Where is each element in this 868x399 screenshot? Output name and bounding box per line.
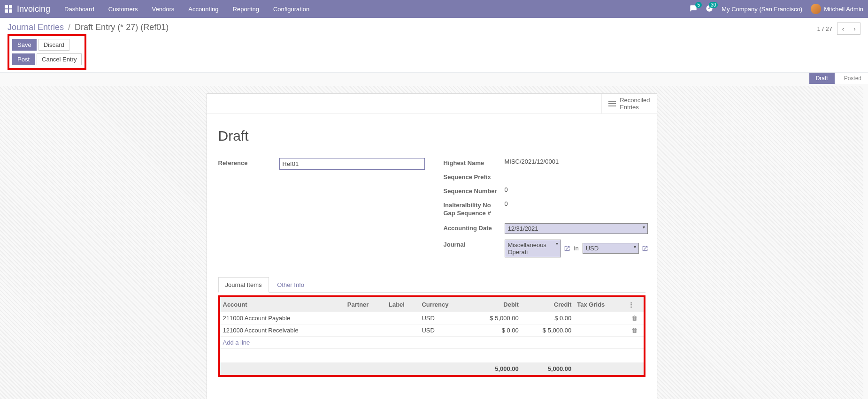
menu-vendors[interactable]: Vendors (152, 6, 175, 13)
activities-icon[interactable]: 30 (706, 5, 713, 14)
th-credit: Credit (522, 297, 575, 312)
user-menu[interactable]: Mitchell Admin (811, 4, 863, 14)
menu-dashboard[interactable]: Dashboard (64, 6, 94, 13)
th-label: Label (386, 297, 419, 312)
reconciled-l1: Reconciled (620, 97, 650, 104)
save-button[interactable]: Save (12, 39, 37, 51)
breadcrumb-parent[interactable]: Journal Entries (8, 23, 64, 32)
list-icon (608, 101, 616, 106)
menu-reporting[interactable]: Reporting (233, 6, 259, 13)
th-account: Account (220, 297, 345, 312)
label-inalter: Inalteralbility No Gap Sequence # (444, 200, 505, 218)
user-name: Mitchell Admin (824, 6, 863, 13)
delete-row-icon[interactable]: 🗑 (625, 324, 643, 336)
delete-row-icon[interactable]: 🗑 (625, 312, 643, 324)
action-buttons-group: Save Discard Post Cancel Entry (8, 34, 86, 70)
menu-customers[interactable]: Customers (108, 6, 138, 13)
label-highest-name: Highest Name (444, 158, 505, 166)
add-line-link[interactable]: Add a line (220, 336, 644, 348)
currency-select[interactable]: USD (583, 243, 639, 254)
status-posted[interactable]: Posted (835, 73, 868, 84)
journal-items-table: Account Partner Label Currency Debit Cre… (220, 297, 644, 375)
label-reference: Reference (218, 158, 279, 166)
app-name: Invoicing (17, 4, 50, 14)
value-inalter: 0 (505, 200, 648, 207)
value-sequence-number: 0 (505, 186, 648, 193)
th-tax-grids: Tax Grids (574, 297, 625, 312)
pager-next[interactable]: › (849, 23, 860, 34)
page-title: Draft (218, 128, 645, 144)
th-debit: Debit (469, 297, 522, 312)
menu-configuration[interactable]: Configuration (273, 6, 309, 13)
journal-select[interactable]: Miscellaneous Operati (505, 240, 561, 257)
table-row[interactable]: 211000 Account Payable USD $ 5,000.00 $ … (220, 312, 644, 324)
reconciled-entries-button[interactable]: Reconciled Entries (601, 94, 656, 113)
status-draft[interactable]: Draft (809, 73, 835, 84)
pager-prev[interactable]: ‹ (837, 23, 849, 34)
reference-input[interactable] (279, 158, 425, 170)
apps-icon[interactable] (5, 5, 12, 13)
in-word: in (574, 245, 579, 252)
post-button[interactable]: Post (12, 53, 35, 65)
tab-journal-items[interactable]: Journal Items (218, 277, 269, 293)
tab-other-info[interactable]: Other Info (270, 278, 311, 292)
cancel-entry-button[interactable]: Cancel Entry (37, 53, 82, 65)
reconciled-l2: Entries (620, 104, 650, 111)
top-menu: Dashboard Customers Vendors Accounting R… (64, 6, 690, 13)
column-options-icon[interactable]: ⋮ (625, 297, 643, 312)
form-sheet: Reconciled Entries Draft Reference (207, 93, 657, 399)
journal-external-link-icon[interactable] (564, 245, 570, 252)
value-highest-name: MISC/2021/12/0001 (505, 158, 648, 165)
label-journal: Journal (444, 240, 505, 248)
activities-badge: 30 (709, 2, 718, 8)
avatar (811, 4, 821, 14)
company-selector[interactable]: My Company (San Francisco) (722, 6, 802, 13)
label-sequence-number: Sequence Number (444, 186, 505, 195)
messages-badge: 5 (695, 2, 702, 8)
label-sequence-prefix: Sequence Prefix (444, 172, 505, 181)
discard-button[interactable]: Discard (38, 39, 69, 51)
table-row[interactable]: 121000 Account Receivable USD $ 0.00 $ 5… (220, 324, 644, 336)
breadcrumb: Journal Entries / Draft Entry (* 27) (Re… (8, 23, 169, 32)
menu-accounting[interactable]: Accounting (188, 6, 218, 13)
messages-icon[interactable]: 5 (690, 5, 697, 14)
pager-text: 1 / 27 (817, 25, 832, 32)
accounting-date-input[interactable]: 12/31/2021 (505, 223, 648, 234)
total-credit: 5,000.00 (522, 362, 575, 375)
th-currency: Currency (419, 297, 469, 312)
total-debit: 5,000.00 (469, 362, 522, 375)
label-accounting-date: Accounting Date (444, 223, 505, 232)
th-partner: Partner (345, 297, 386, 312)
breadcrumb-current: Draft Entry (* 27) (Ref01) (75, 23, 169, 32)
currency-external-link-icon[interactable] (642, 245, 648, 252)
